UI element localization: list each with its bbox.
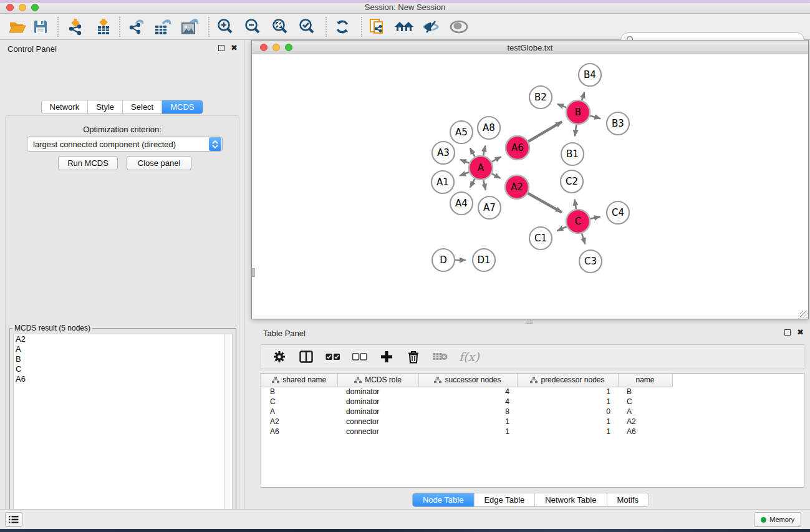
graph-edge[interactable] (591, 216, 600, 219)
graph-edge[interactable] (483, 145, 485, 155)
graph-node[interactable]: D (432, 249, 455, 271)
column-header[interactable]: shared name (261, 374, 337, 387)
tab-motifs[interactable]: Motifs (607, 493, 648, 506)
graph-node[interactable]: B1 (561, 143, 584, 165)
table-row[interactable]: Bdominator41B (261, 387, 688, 397)
result-list-scrollbar[interactable] (224, 334, 232, 530)
tab-edge-table[interactable]: Edge Table (474, 493, 535, 506)
result-list-item[interactable]: C (14, 364, 232, 374)
graph-node[interactable]: D1 (473, 249, 495, 271)
refresh-icon[interactable] (331, 16, 354, 38)
table-cell[interactable]: A2 (261, 417, 337, 427)
graph-edge[interactable] (590, 115, 600, 118)
divider-handle[interactable] (526, 321, 533, 324)
column-header[interactable]: name (618, 374, 672, 387)
delete-table-icon[interactable] (432, 348, 448, 365)
column-header[interactable]: MCDS role (337, 374, 418, 387)
graph-node[interactable]: C3 (579, 250, 602, 273)
table-cell[interactable]: B (261, 387, 337, 397)
graph-node[interactable]: A3 (432, 142, 455, 164)
graph-edge[interactable] (492, 157, 501, 162)
save-session-icon[interactable] (29, 16, 52, 38)
table-cell[interactable]: C (618, 397, 672, 407)
column-header[interactable]: successor nodes (418, 374, 517, 387)
network-window-titlebar[interactable]: testGlobe.txt (252, 41, 808, 54)
table-cell[interactable]: A (618, 407, 672, 417)
export-table-icon[interactable] (152, 16, 174, 38)
graph-edge[interactable] (470, 179, 475, 188)
graph-node[interactable]: A2 (505, 175, 529, 199)
table-cell[interactable]: 1 (418, 417, 517, 427)
graph-edge[interactable] (460, 160, 470, 163)
result-list-item[interactable]: B (14, 354, 232, 364)
split-columns-icon[interactable] (298, 348, 314, 365)
graph-edge[interactable] (574, 200, 576, 210)
close-panel-button[interactable]: Close panel (127, 156, 191, 170)
table-row[interactable]: Adominator80A (261, 407, 688, 417)
export-network-icon[interactable] (125, 16, 147, 38)
table-cell[interactable]: dominator (337, 407, 418, 417)
graph-node[interactable]: A8 (478, 117, 500, 139)
graph-node[interactable]: A7 (478, 196, 501, 219)
graph-edge[interactable] (557, 104, 567, 108)
table-cell[interactable]: A6 (618, 427, 672, 437)
graph-node[interactable]: A (469, 156, 493, 180)
graph-node[interactable]: C2 (561, 170, 583, 193)
table-row[interactable]: A2connector11A2 (261, 417, 688, 427)
zoom-out-icon[interactable] (241, 16, 264, 38)
table-cell[interactable]: connector (337, 427, 418, 437)
result-list-item[interactable]: A (14, 344, 232, 354)
table-cell[interactable]: 4 (418, 387, 517, 397)
table-cell[interactable]: 8 (418, 407, 517, 417)
gear-icon[interactable] (271, 348, 287, 365)
window-resize-grip[interactable] (800, 311, 808, 318)
graph-node[interactable]: C (566, 210, 590, 233)
task-history-button[interactable] (5, 512, 22, 527)
tab-mcds[interactable]: MCDS (162, 100, 202, 114)
memory-button[interactable]: Memory (754, 512, 801, 527)
float-table-panel-icon[interactable] (784, 329, 791, 336)
zoom-selected-icon[interactable] (296, 16, 318, 38)
close-panel-icon[interactable]: ✖ (231, 45, 238, 51)
float-panel-icon[interactable] (218, 45, 224, 51)
table-cell[interactable]: 1 (517, 427, 618, 437)
graph-edge[interactable] (582, 92, 584, 100)
table-cell[interactable]: C (261, 397, 337, 407)
import-table-icon[interactable] (92, 16, 115, 38)
table-cell[interactable]: A (261, 407, 337, 417)
table-row[interactable]: Cdominator41C (261, 397, 688, 407)
graph-node[interactable]: A4 (450, 192, 473, 215)
table-cell[interactable]: 4 (418, 397, 517, 407)
graph-edge[interactable] (557, 226, 566, 231)
graph-edge[interactable] (582, 233, 585, 244)
document-share-icon[interactable] (366, 16, 388, 38)
table-cell[interactable]: 1 (418, 427, 517, 437)
column-header[interactable]: predecessor nodes (517, 374, 618, 387)
criterion-dropdown[interactable]: largest connected component (directed) (27, 137, 223, 152)
table-cell[interactable]: dominator (337, 397, 418, 407)
table-cell[interactable]: 1 (517, 387, 618, 397)
eye-slash-icon[interactable] (420, 16, 442, 38)
deselect-checkboxes-icon[interactable] (352, 348, 368, 365)
table-cell[interactable]: dominator (337, 387, 418, 397)
network-canvas[interactable]: B4B2BB3A8A5A6A3B1AC2A1A2A4A7C4CC1DD1C3 (252, 54, 808, 319)
graph-edge[interactable] (483, 180, 486, 190)
tab-network-table[interactable]: Network Table (535, 493, 607, 506)
table-cell[interactable]: A6 (261, 427, 337, 437)
table-cell[interactable]: connector (337, 417, 418, 427)
houses-icon[interactable] (393, 16, 415, 38)
function-builder-icon[interactable]: f(x) (459, 350, 480, 364)
graph-edge[interactable] (528, 122, 562, 142)
graph-node[interactable]: A5 (450, 121, 473, 143)
export-image-icon[interactable] (178, 16, 201, 38)
result-list-item[interactable]: A6 (14, 374, 232, 384)
graph-node[interactable]: C4 (607, 201, 629, 224)
graph-node[interactable]: B2 (529, 86, 552, 109)
import-network-icon[interactable] (64, 16, 87, 38)
graph-edge[interactable] (470, 148, 475, 157)
open-folder-icon[interactable] (6, 16, 29, 38)
graph-node[interactable]: B3 (607, 112, 629, 135)
add-column-icon[interactable] (378, 348, 395, 365)
graph-node[interactable]: A6 (506, 136, 529, 160)
graph-edge[interactable] (528, 193, 561, 213)
